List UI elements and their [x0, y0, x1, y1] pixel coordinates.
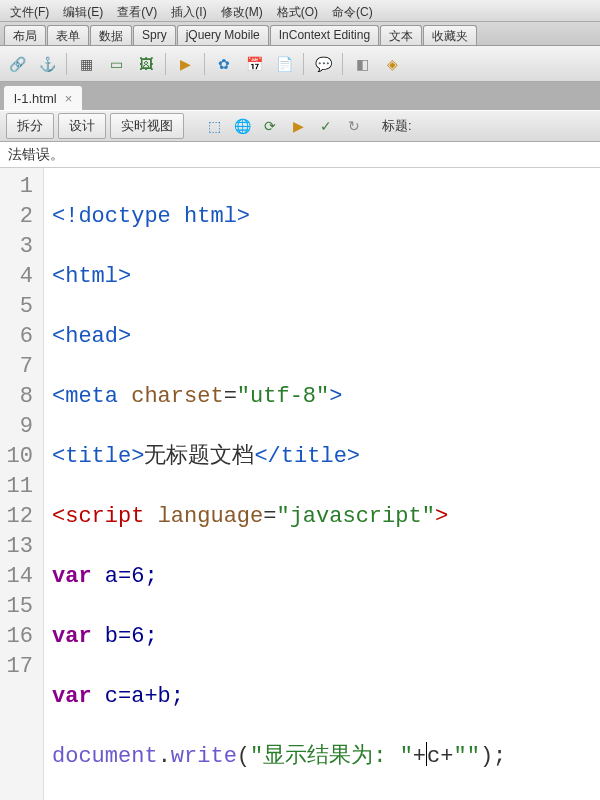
menu-modify[interactable]: 修改(M) — [215, 2, 269, 19]
code-token: document — [52, 744, 158, 769]
design-view-button[interactable]: 设计 — [58, 113, 106, 139]
code-token: 无标题文档 — [144, 444, 254, 469]
browser-preview-icon[interactable]: 🌐 — [230, 115, 254, 137]
media-icon[interactable]: ▶ — [174, 53, 196, 75]
code-token: <meta — [52, 384, 131, 409]
code-token: <script — [52, 504, 158, 529]
link-icon[interactable]: 🔗 — [6, 53, 28, 75]
comment-icon[interactable]: 💬 — [312, 53, 334, 75]
split-view-button[interactable]: 拆分 — [6, 113, 54, 139]
check-icon[interactable]: ✓ — [314, 115, 338, 137]
code-token: ); — [480, 744, 506, 769]
text-cursor — [426, 742, 427, 766]
menu-file[interactable]: 文件(F) — [4, 2, 55, 19]
tab-spry[interactable]: Spry — [133, 25, 176, 45]
code-token: var — [52, 564, 92, 589]
line-num: 16 — [6, 622, 33, 652]
code-token: "utf-8" — [237, 384, 329, 409]
line-num: 17 — [6, 652, 33, 682]
file-management-icon[interactable]: ⬚ — [202, 115, 226, 137]
code-token: = — [263, 504, 276, 529]
tab-data[interactable]: 数据 — [90, 25, 132, 45]
file-tab-name: l-1.html — [14, 91, 57, 106]
code-token: > — [329, 384, 342, 409]
head-icon[interactable]: ◧ — [351, 53, 373, 75]
code-area[interactable]: <!doctype html> <html> <head> <meta char… — [44, 168, 600, 800]
separator — [204, 53, 205, 75]
menu-edit[interactable]: 编辑(E) — [57, 2, 109, 19]
line-num: 10 — [6, 442, 33, 472]
line-num: 3 — [6, 232, 33, 262]
widget-icon[interactable]: ✿ — [213, 53, 235, 75]
live-view-button[interactable]: 实时视图 — [110, 113, 184, 139]
refresh-icon[interactable]: ⟳ — [258, 115, 282, 137]
image-icon[interactable]: 🖼 — [135, 53, 157, 75]
code-token: c=a+b; — [92, 684, 184, 709]
code-token: . — [158, 744, 171, 769]
code-token: var — [52, 624, 92, 649]
code-token: "显示结果为: " — [250, 744, 413, 769]
menu-bar: 文件(F) 编辑(E) 查看(V) 插入(I) 修改(M) 格式(O) 命令(C… — [0, 0, 600, 22]
anchor-icon[interactable]: ⚓ — [36, 53, 58, 75]
line-num: 11 — [6, 472, 33, 502]
file-tab-bar: l-1.html × — [0, 82, 600, 110]
code-token: + — [413, 744, 426, 769]
code-token: c+ — [427, 744, 453, 769]
tab-layout[interactable]: 布局 — [4, 25, 46, 45]
code-token: "" — [453, 744, 479, 769]
file-tab-active[interactable]: l-1.html × — [4, 86, 82, 110]
menu-format[interactable]: 格式(O) — [271, 2, 324, 19]
script-icon[interactable]: ◈ — [381, 53, 403, 75]
separator — [66, 53, 67, 75]
reload-icon[interactable]: ↻ — [342, 115, 366, 137]
separator — [165, 53, 166, 75]
line-num: 12 — [6, 502, 33, 532]
line-num: 13 — [6, 532, 33, 562]
code-token: "javascript" — [276, 504, 434, 529]
date-icon[interactable]: 📅 — [243, 53, 265, 75]
separator — [303, 53, 304, 75]
code-token: </title> — [254, 444, 360, 469]
line-num: 8 — [6, 382, 33, 412]
document-toolbar: 拆分 设计 实时视图 ⬚ 🌐 ⟳ ▶ ✓ ↻ 标题: — [0, 110, 600, 142]
code-token: write — [171, 744, 237, 769]
line-num: 7 — [6, 352, 33, 382]
tab-forms[interactable]: 表单 — [47, 25, 89, 45]
code-token: <html> — [52, 264, 131, 289]
insert-toolbar: 🔗 ⚓ ▦ ▭ 🖼 ▶ ✿ 📅 📄 💬 ◧ ◈ — [0, 46, 600, 82]
error-bar: 法错误。 — [0, 142, 600, 168]
code-token: <title> — [52, 444, 144, 469]
close-icon[interactable]: × — [65, 91, 73, 106]
line-num: 9 — [6, 412, 33, 442]
tab-favorites[interactable]: 收藏夹 — [423, 25, 477, 45]
div-icon[interactable]: ▭ — [105, 53, 127, 75]
tab-jquery-mobile[interactable]: jQuery Mobile — [177, 25, 269, 45]
code-token: charset — [131, 384, 223, 409]
validate-icon[interactable]: ▶ — [286, 115, 310, 137]
menu-commands[interactable]: 命令(C) — [326, 2, 379, 19]
menu-view[interactable]: 查看(V) — [111, 2, 163, 19]
line-num: 15 — [6, 592, 33, 622]
title-label: 标题: — [382, 117, 412, 135]
separator — [342, 53, 343, 75]
error-text: 法错误。 — [8, 146, 64, 162]
line-num: 2 — [6, 202, 33, 232]
code-token: var — [52, 684, 92, 709]
code-token: <head> — [52, 324, 131, 349]
line-num: 1 — [6, 172, 33, 202]
code-token: language — [158, 504, 264, 529]
line-num: 6 — [6, 322, 33, 352]
line-num: 4 — [6, 262, 33, 292]
tab-text[interactable]: 文本 — [380, 25, 422, 45]
code-token: a=6; — [92, 564, 158, 589]
code-token: > — [435, 504, 448, 529]
code-token: ( — [237, 744, 250, 769]
insert-panel-tabs: 布局 表单 数据 Spry jQuery Mobile InContext Ed… — [0, 22, 600, 46]
server-icon[interactable]: 📄 — [273, 53, 295, 75]
tab-incontext[interactable]: InContext Editing — [270, 25, 379, 45]
code-token: = — [224, 384, 237, 409]
code-token: b=6; — [92, 624, 158, 649]
menu-insert[interactable]: 插入(I) — [165, 2, 212, 19]
code-editor[interactable]: 1 2 3 4 5 6 7 8 9 10 11 12 13 14 15 16 1… — [0, 168, 600, 800]
table-icon[interactable]: ▦ — [75, 53, 97, 75]
